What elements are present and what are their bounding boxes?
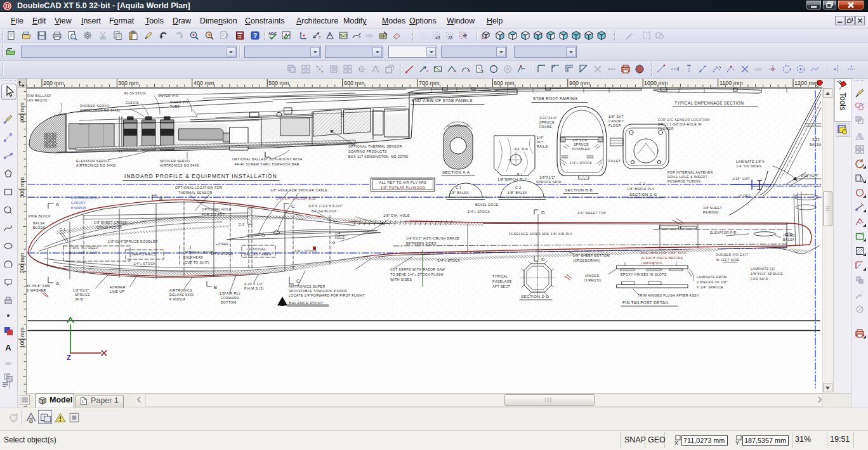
svg-text:TO BEND 1/4"▵ STOCK FLUSH: TO BEND 1/4"▵ STOCK FLUSH [390,273,444,276]
svg-text:GRAIN FLOOR: GRAIN FLOOR [96,226,122,229]
svg-text:Y: Y [735,440,739,446]
svg-text:RIM BALLAST: RIM BALLAST [27,94,52,98]
svg-text:AFT SECT: AFT SECT [492,285,511,288]
svg-text:BALLAST AREA: BALLAST AREA [244,252,272,256]
svg-text:1/8"AIR-PLY: 1/8"AIR-PLY [220,292,240,295]
svg-text:SERVO RAILS: SERVO RAILS [131,252,156,256]
svg-text:/2: /2 [449,35,452,40]
svg-text:IN EACH PIECE BEFORE: IN EACH PIECE BEFORE [641,256,683,260]
svg-text:BALLAST CAVITY: BALLAST CAVITY [69,251,100,255]
svg-text:900 mm: 900 mm [569,80,590,86]
svg-text:SPRUCE: SPRUCE [75,293,90,297]
svg-text:(CUT TO SUIT): (CUT TO SUIT) [183,260,209,264]
svg-text:200: 200 [365,34,373,38]
svg-text:LAMINATING: LAMINATING [641,261,662,265]
svg-text:DELUXE SKID: DELUXE SKID [169,293,194,297]
svg-text:OUTER P/R-: OUTER P/R- [158,94,180,98]
svg-text:?: ? [358,35,361,39]
svg-text:X: X [674,440,678,446]
svg-text:3/32"X1/4": 3/32"X1/4" [539,116,557,120]
svg-text:LAMINATE (2): LAMINATE (2) [751,267,775,271]
svg-text:RUDDER P/R EXIT: RUDDER P/R EXIT [716,253,749,257]
svg-text:DRILL HOLE & INSERT: DRILL HOLE & INSERT [667,175,707,179]
svg-text:3/16"X1/4": 3/16"X1/4" [801,174,819,177]
svg-text:FORWARD: FORWARD [221,296,239,300]
svg-text:# 909514: # 909514 [169,297,185,301]
svg-text:FORMER: FORMER [658,127,674,131]
svg-text:INNER P/R: INNER P/R [170,100,189,104]
svg-text:DOUBLER: DOUBLER [572,147,590,151]
svg-text:DRILL 1-3/8 DIA HOLE IN: DRILL 1-3/8 DIA HOLE IN [658,122,702,126]
svg-text:BETWEEN SIDES: BETWEEN SIDES [406,241,437,245]
svg-text:ELEVATOR P/R-: ELEVATOR P/R- [710,231,738,235]
svg-text:FAIRING-: FAIRING- [703,210,720,214]
svg-text:OPTIONAL: OPTIONAL [247,247,266,251]
svg-text:#2-56 STUD-: #2-56 STUD- [124,91,147,95]
svg-text:1/4"▵ STOCK: 1/4"▵ STOCK [438,259,460,262]
svg-text:AIRTRONICS NO 9443: AIRTRONICS NO 9443 [160,164,199,167]
svg-text:RAILS-: RAILS- [537,145,549,148]
svg-text:100 mm: 100 mm [19,328,25,349]
svg-text:IN LEFT SIDE: IN LEFT SIDE [716,258,740,262]
svg-text:X 1/4" SPRUCE: X 1/4" SPRUCE [697,285,723,289]
svg-text:BOX 117 KENSINGTON, MD 20795: BOX 117 KENSINGTON, MD 20795 [348,155,408,158]
svg-text:HOLE: HOLE [335,236,345,240]
svg-text:SPRUCE: SPRUCE [539,120,555,124]
svg-text:F-1: F-1 [517,172,523,176]
svg-text:1/8" SHEET BOTTOM: 1/8" SHEET BOTTOM [573,254,610,257]
svg-text:BALSA: BALSA [33,221,45,225]
svg-text:SECTION A-A: SECTION A-A [442,170,470,174]
svg-text:2 PIECES OF 1/8": 2 PIECES OF 1/8" [697,280,728,284]
svg-text:C-2: C-2 [239,222,245,226]
svg-text:SECTION C-C: SECTION C-C [629,193,657,196]
svg-text:500 mm: 500 mm [268,80,289,86]
svg-text:1/4"▵ STOCK: 1/4"▵ STOCK [570,161,592,165]
svg-text:x2: x2 [435,35,440,40]
svg-text:+2"REF: +2"REF [216,242,229,246]
svg-text:AIRTRONICS NO 9443I: AIRTRONICS NO 9443I [76,164,116,167]
svg-text:BULKHEAD: BULKHEAD [183,255,203,259]
svg-text:D: D [541,210,545,215]
svg-text:1/8"SHEET CROSS-: 1/8"SHEET CROSS- [94,221,128,224]
svg-text:1"DIA. X 1"DEEP: 1"DIA. X 1"DEEP [69,246,98,250]
svg-text:BALANCE POINT: BALANCE POINT [289,300,324,305]
svg-text:?: ? [253,32,257,39]
svg-text:RUDDER SERVO-: RUDDER SERVO- [80,104,111,108]
svg-text:(CROSSGRAIN): (CROSSGRAIN) [573,259,600,262]
svg-text:BALSA: BALSA [810,143,822,146]
svg-text:FOR 1/S ANT.: FOR 1/S ANT. [202,212,225,216]
svg-text:1/4"▵ STOCK: 1/4"▵ STOCK [133,262,155,266]
svg-text:LAMINATE FROM: LAMINATE FROM [697,275,727,279]
svg-text:OPTIONAL BALLAST BOX-MOUNT WIT: OPTIONAL BALLAST BOX-MOUNT WITH [232,157,302,161]
svg-text:1100 mm: 1100 mm [720,80,743,86]
svg-text:4-40 X 1/2": 4-40 X 1/2" [244,282,263,286]
svg-text:SPOILER SERVO: SPOILER SERVO [160,159,190,163]
svg-text:EPOXY HINGES IN SLOTS: EPOXY HINGES IN SLOTS [621,273,667,276]
svg-text:FLOOR: FLOOR [608,124,621,127]
svg-text:1/8" BALSA: 1/8" BALSA [508,191,527,195]
svg-text:BALSA BLOCK: BALSA BLOCK [312,209,337,213]
svg-text:SPRUCE SKID: SPRUCE SKID [536,180,562,184]
svg-text:STAB ROOT FAIRING: STAB ROOT FAIRING [533,96,577,101]
svg-text:#4 X5/8" SMS: #4 X5/8" SMS [27,284,50,288]
svg-text:(3 REQ'D): (3 REQ'D) [584,278,601,282]
svg-text:1/4": 1/4" [537,136,544,139]
svg-text:200 mm: 200 mm [43,80,64,86]
svg-text:3/4"X 2-1/2"X 6-1/2": 3/4"X 2-1/2"X 6-1/2" [308,204,343,208]
svg-text:?: ? [319,35,321,39]
svg-text:BALSA-: BALSA- [783,238,796,241]
svg-text:PLY: PLY [537,140,544,144]
svg-text:0° REF: 0° REF [739,194,751,198]
svg-text:THERMAL SENSOR: THERMAL SENSOR [178,191,213,195]
svg-text:OPTIONAL HOLE: OPTIONAL HOLE [202,207,232,211]
svg-text:CANOPY: CANOPY [71,201,86,205]
svg-text:PINE BLOCK: PINE BLOCK [29,214,51,218]
svg-text:AIRTRONICS NO 9443I: AIRTRONICS NO 9443I [80,108,120,112]
svg-text:SECTION D-D: SECTION D-D [521,294,549,299]
svg-text:1/8" POPLAR PLYWOOD: 1/8" POPLAR PLYWOOD [381,186,425,190]
svg-text:3/8"SHEET: 3/8"SHEET [703,206,722,210]
svg-text:350: 350 [754,67,762,72]
svg-text:BOTTOM: BOTTOM [221,300,237,304]
svg-text:FOR INTERNAL ANTENNA: FOR INTERNAL ANTENNA [667,170,713,174]
svg-text:600 mm: 600 mm [344,80,365,86]
